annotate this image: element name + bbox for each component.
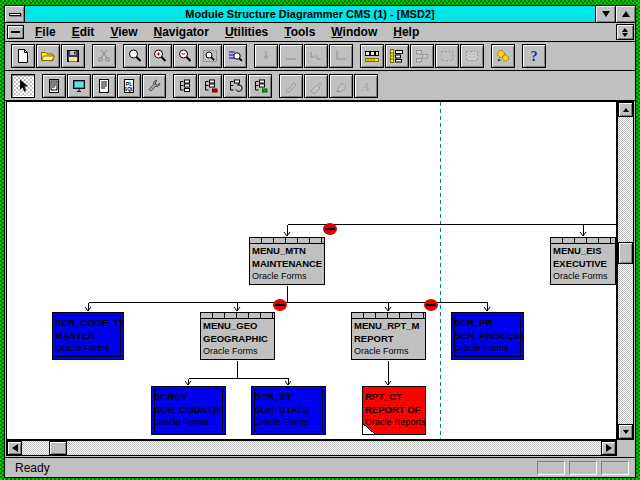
- diagram-canvas[interactable]: MENU_MTNMAINTENANCEOracle FormsMENU_EISE…: [6, 101, 617, 440]
- node-language: Oracle Forms: [53, 342, 123, 355]
- requery-button[interactable]: [491, 44, 515, 68]
- zoom-in-button[interactable]: [148, 44, 172, 68]
- svg-text:A: A: [361, 80, 370, 94]
- menu-help[interactable]: Help: [385, 24, 427, 40]
- open-folder-icon: [40, 48, 56, 64]
- diagram-node-scrcy[interactable]: SCRCYSCR_COUNTROracle Forms: [151, 386, 226, 435]
- scroll-down-icon: [623, 430, 629, 434]
- child-system-menu-button[interactable]: [7, 25, 24, 39]
- menu-utilities[interactable]: Utilities: [217, 24, 276, 40]
- help-icon: ?: [526, 48, 542, 64]
- pointer-icon: [15, 78, 31, 94]
- connect-line-icon: [283, 48, 299, 64]
- child-restore-button[interactable]: [616, 24, 634, 40]
- corner-button: [329, 44, 353, 68]
- font-button: A: [354, 74, 378, 98]
- status-panel: [537, 461, 565, 475]
- menu-tools[interactable]: Tools: [276, 24, 323, 40]
- form-module-button[interactable]: [42, 74, 66, 98]
- tree-expand-button[interactable]: [173, 74, 197, 98]
- save-floppy-icon: [65, 48, 81, 64]
- zoom-out-button[interactable]: [173, 44, 197, 68]
- menu-view[interactable]: View: [102, 24, 145, 40]
- node-short-name: RPT_CT: [363, 390, 425, 403]
- open-folder-button[interactable]: [36, 44, 60, 68]
- scroll-right-button[interactable]: [601, 441, 616, 455]
- diagram-node-scr_pr[interactable]: SCR_PRSCR_PROCESSOracle Forms: [451, 312, 524, 360]
- cut-icon: [96, 48, 112, 64]
- report-module-icon: [96, 78, 112, 94]
- node-description: MASTER: [53, 329, 123, 342]
- scroll-up-button[interactable]: [618, 102, 633, 117]
- maximize-button[interactable]: [615, 6, 635, 22]
- system-menu-button[interactable]: [5, 6, 25, 22]
- node-short-name: SCR_ST: [252, 390, 325, 403]
- pointer-button[interactable]: [11, 74, 35, 98]
- menu-edit[interactable]: Edit: [64, 24, 103, 40]
- diagram-node-scr_code_ty[interactable]: SCR_CODE_TYMASTEROracle Forms: [52, 312, 124, 360]
- zoom-normal-button[interactable]: [123, 44, 147, 68]
- node-language: Oracle Forms: [551, 270, 615, 283]
- vertical-scrollbar[interactable]: [617, 101, 634, 440]
- diagram-node-menu_rpt_m[interactable]: MENU_RPT_MREPORTOracle Forms: [351, 312, 426, 360]
- node-description: SCR_COUNTR: [152, 403, 225, 416]
- plsql-module-button[interactable]: PLSQL: [117, 74, 141, 98]
- diagram-node-rpt_ct[interactable]: RPT_CTREPORT OFOracle Reports: [362, 386, 426, 435]
- menu-bar: FileEditViewNavigatorUtilitiesToolsWindo…: [5, 23, 635, 42]
- tree-include-green-button[interactable]: [248, 74, 272, 98]
- diagram-node-menu_mtn[interactable]: MENU_MTNMAINTENANCEOracle Forms: [249, 237, 325, 285]
- requery-icon: [495, 48, 511, 64]
- node-description: SCR_STATE: [252, 403, 325, 416]
- layout-horizontal-button[interactable]: [360, 44, 384, 68]
- scroll-left-icon: [12, 444, 18, 452]
- menu-window[interactable]: Window: [323, 24, 385, 40]
- zoom-selection-button[interactable]: [223, 44, 247, 68]
- diagram-node-menu_geo[interactable]: MENU_GEOGEOGRAPHICOracle Forms: [200, 312, 275, 360]
- zoom-fit-button[interactable]: [198, 44, 222, 68]
- help-button[interactable]: ?: [522, 44, 546, 68]
- minimize-icon: [602, 11, 610, 17]
- diagram-node-scr_st[interactable]: SCR_STSCR_STATEOracle Forms: [251, 386, 326, 435]
- save-floppy-button[interactable]: [61, 44, 85, 68]
- layout-horizontal-icon: [364, 48, 380, 64]
- desktop: { "titlebar": { "title": "Module Structu…: [0, 0, 640, 480]
- layout-vertical-button[interactable]: [385, 44, 409, 68]
- tree-collapse-red-button[interactable]: [198, 74, 222, 98]
- tree-include-green-icon: [252, 78, 268, 94]
- toolbar-main: ?: [5, 42, 635, 71]
- node-short-name: MENU_GEO: [201, 319, 274, 332]
- tree-expand-icon: [177, 78, 193, 94]
- horizontal-scroll-thumb[interactable]: [49, 441, 67, 455]
- node-short-name: MENU_EIS: [551, 244, 615, 257]
- zoom-fit-icon: [202, 48, 218, 64]
- node-short-name: MENU_RPT_M: [352, 319, 425, 332]
- tree-resequence-icon: [227, 78, 243, 94]
- node-language: Oracle Forms: [250, 270, 324, 283]
- screen-module-button[interactable]: [67, 74, 91, 98]
- node-language: Oracle Reports: [363, 416, 425, 429]
- window-title: Module Structure Diagrammer CMS (1) - [M…: [25, 8, 595, 20]
- menu-navigator[interactable]: Navigator: [146, 24, 217, 40]
- cut-button: [92, 44, 116, 68]
- node-language: Oracle Forms: [152, 416, 225, 429]
- horizontal-scrollbar[interactable]: [6, 440, 617, 456]
- report-module-button[interactable]: [92, 74, 116, 98]
- status-message: Ready: [15, 461, 533, 475]
- screen-module-icon: [71, 78, 87, 94]
- tree-resequence-button[interactable]: [223, 74, 247, 98]
- menu-items: FileEditViewNavigatorUtilitiesToolsWindo…: [27, 24, 616, 40]
- minimize-button[interactable]: [595, 6, 615, 22]
- node-language: Oracle Forms: [452, 342, 523, 355]
- new-document-button[interactable]: [11, 44, 35, 68]
- node-short-name: MENU_MTN: [250, 244, 324, 257]
- node-short-name: SCRCY: [152, 390, 225, 403]
- diagram-node-menu_eis[interactable]: MENU_EISEXECUTIVEOracle Forms: [550, 237, 616, 285]
- restore-up-icon: [622, 28, 628, 32]
- menu-file[interactable]: File: [27, 24, 64, 40]
- vertical-scroll-thumb[interactable]: [618, 242, 633, 264]
- utility-module-button[interactable]: [142, 74, 166, 98]
- status-panels: [537, 461, 629, 475]
- scroll-left-button[interactable]: [7, 441, 22, 455]
- scroll-down-button[interactable]: [618, 424, 633, 439]
- node-short-name: SCR_CODE_TY: [53, 316, 123, 329]
